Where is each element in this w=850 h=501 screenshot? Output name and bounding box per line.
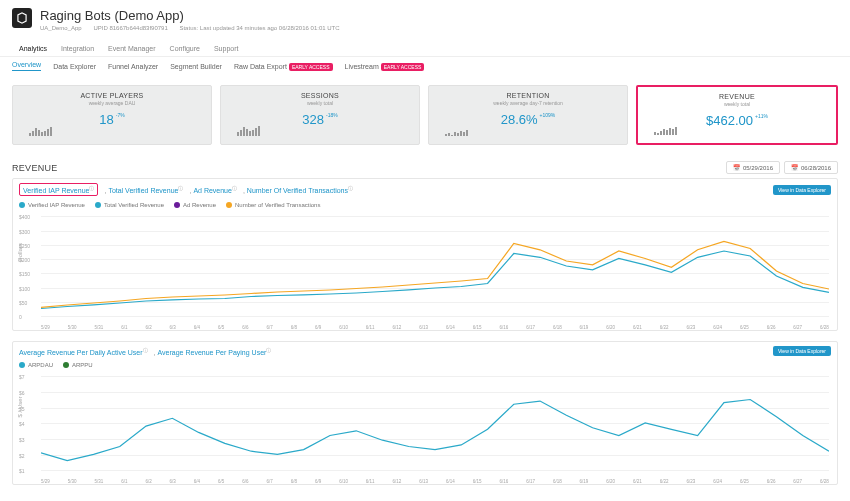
chart-metric-toggle[interactable]: Average Revenue Per Paying Userⓘ: [158, 347, 272, 356]
xtick: 6/25: [740, 325, 749, 330]
chart-metric-toggle[interactable]: Verified IAP Revenueⓘ: [19, 183, 98, 196]
kpi-revenue[interactable]: REVENUE weekly total $462.00+11%: [636, 85, 838, 145]
chart-metric-toggle[interactable]: Total Verified Revenueⓘ: [108, 185, 183, 194]
xtick: 6/3: [170, 479, 176, 484]
nav-tab-analytics[interactable]: Analytics: [12, 41, 54, 56]
spark-icon: [646, 125, 686, 139]
subtab-raw-data-export[interactable]: Raw Data ExportEARLY ACCESS: [234, 63, 333, 70]
xtick: 6/7: [266, 325, 272, 330]
xtick: 6/7: [266, 479, 272, 484]
subtab-funnel-analyzer[interactable]: Funnel Analyzer: [108, 63, 158, 70]
info-icon[interactable]: ⓘ: [178, 185, 183, 191]
xtick: 6/10: [339, 325, 348, 330]
series-line: [41, 242, 829, 308]
main-nav: AnalyticsIntegrationEvent ManagerConfigu…: [0, 35, 850, 57]
chart1-canvas: Dollars $400$300$250$200$150$100$500 5/2…: [13, 212, 837, 330]
spark-icon: [437, 126, 477, 140]
legend-dot-icon: [226, 202, 232, 208]
nav-tab-configure[interactable]: Configure: [163, 41, 207, 56]
ytick: $300: [19, 229, 30, 235]
xtick: 6/9: [315, 325, 321, 330]
kpi-sessions[interactable]: SESSIONS weekly total 328-18%: [220, 85, 420, 145]
subtab-overview[interactable]: Overview: [12, 61, 41, 71]
xtick: 6/27: [793, 325, 802, 330]
kpi-title: ACTIVE PLAYERS: [21, 92, 203, 99]
chart2-legend: ARPDAUARPPU: [13, 360, 837, 372]
xtick: 6/26: [767, 479, 776, 484]
info-icon[interactable]: ⓘ: [232, 185, 237, 191]
ytick: $7: [19, 374, 25, 380]
chart-metric-toggle[interactable]: Average Revenue Per Daily Active Userⓘ: [19, 347, 148, 356]
xtick: 5/30: [68, 325, 77, 330]
section-title: REVENUE: [12, 163, 58, 173]
view-data-explorer-button[interactable]: View in Data Explorer: [773, 346, 831, 356]
xtick: 6/20: [606, 325, 615, 330]
kpi-title: RETENTION: [437, 92, 619, 99]
xtick: 6/5: [218, 479, 224, 484]
xtick: 6/23: [686, 325, 695, 330]
chart1-titles: Verified IAP Revenueⓘ, Total Verified Re…: [19, 183, 357, 196]
subtab-livestream[interactable]: LivestreamEARLY ACCESS: [345, 63, 425, 70]
kpi-subtitle: weekly total: [229, 100, 411, 106]
kpi-value: 28.6%+109%: [437, 112, 619, 127]
revenue-chart-block: Verified IAP Revenueⓘ, Total Verified Re…: [12, 178, 838, 331]
xtick: 5/30: [68, 479, 77, 484]
xtick: 5/31: [94, 325, 103, 330]
info-icon[interactable]: ⓘ: [348, 185, 353, 191]
date-to[interactable]: 📅06/28/2016: [784, 161, 838, 174]
spark-icon: [229, 126, 269, 140]
nav-tab-support[interactable]: Support: [207, 41, 246, 56]
legend-item[interactable]: Total Verified Revenue: [95, 202, 164, 208]
info-icon[interactable]: ⓘ: [89, 185, 94, 191]
xtick: 6/4: [194, 325, 200, 330]
xtick: 6/8: [291, 479, 297, 484]
xtick: 6/21: [633, 479, 642, 484]
xtick: 6/24: [713, 325, 722, 330]
xtick: 6/1: [121, 479, 127, 484]
arpu-chart-block: Average Revenue Per Daily Active Userⓘ, …: [12, 341, 838, 485]
info-icon[interactable]: ⓘ: [266, 347, 271, 353]
upid: UPID 81667b644d83f90791: [93, 25, 167, 31]
xtick: 6/2: [145, 325, 151, 330]
xtick: 6/26: [767, 325, 776, 330]
xtick: 6/19: [580, 479, 589, 484]
xtick: 6/18: [553, 479, 562, 484]
legend-dot-icon: [95, 202, 101, 208]
status-text: Status: Last updated 34 minutes ago 06/2…: [179, 25, 339, 31]
xtick: 6/8: [291, 325, 297, 330]
ytick: $2: [19, 453, 25, 459]
date-range: 📅05/29/2016 📅06/28/2016: [726, 161, 838, 174]
xtick: 6/17: [526, 325, 535, 330]
xtick: 6/6: [242, 325, 248, 330]
kpi-title: REVENUE: [646, 93, 828, 100]
nav-tab-integration[interactable]: Integration: [54, 41, 101, 56]
date-from[interactable]: 📅05/29/2016: [726, 161, 780, 174]
xtick: 6/22: [660, 325, 669, 330]
info-icon[interactable]: ⓘ: [143, 347, 148, 353]
kpi-retention[interactable]: RETENTION weekly average day-7 retention…: [428, 85, 628, 145]
nav-tab-event-manager[interactable]: Event Manager: [101, 41, 162, 56]
xtick: 6/19: [580, 325, 589, 330]
ytick: $150: [19, 271, 30, 277]
ytick: $5: [19, 406, 25, 412]
legend-item[interactable]: ARPDAU: [19, 362, 53, 368]
chart-metric-toggle[interactable]: Number Of Verified Transactionsⓘ: [247, 185, 353, 194]
subtab-segment-builder[interactable]: Segment Builder: [170, 63, 222, 70]
xtick: 6/24: [713, 479, 722, 484]
xtick: 6/11: [366, 325, 375, 330]
spark-icon: [21, 126, 61, 140]
chart-metric-toggle[interactable]: Ad Revenueⓘ: [193, 185, 237, 194]
legend-item[interactable]: ARPPU: [63, 362, 93, 368]
xtick: 6/20: [606, 479, 615, 484]
legend-item[interactable]: Verified IAP Revenue: [19, 202, 85, 208]
xtick: 5/29: [41, 325, 50, 330]
chart2-canvas: $ / User $7$6$5$4$3$2$1 5/295/305/316/16…: [13, 372, 837, 484]
subtab-data-explorer[interactable]: Data Explorer: [53, 63, 96, 70]
kpi-active-players[interactable]: ACTIVE PLAYERS weekly average DAU 18-7%: [12, 85, 212, 145]
legend-item[interactable]: Number of Verified Transactions: [226, 202, 320, 208]
ytick: $1: [19, 468, 25, 474]
view-data-explorer-button[interactable]: View in Data Explorer: [773, 185, 831, 195]
calendar-icon: 📅: [733, 164, 740, 171]
legend-item[interactable]: Ad Revenue: [174, 202, 216, 208]
legend-dot-icon: [174, 202, 180, 208]
